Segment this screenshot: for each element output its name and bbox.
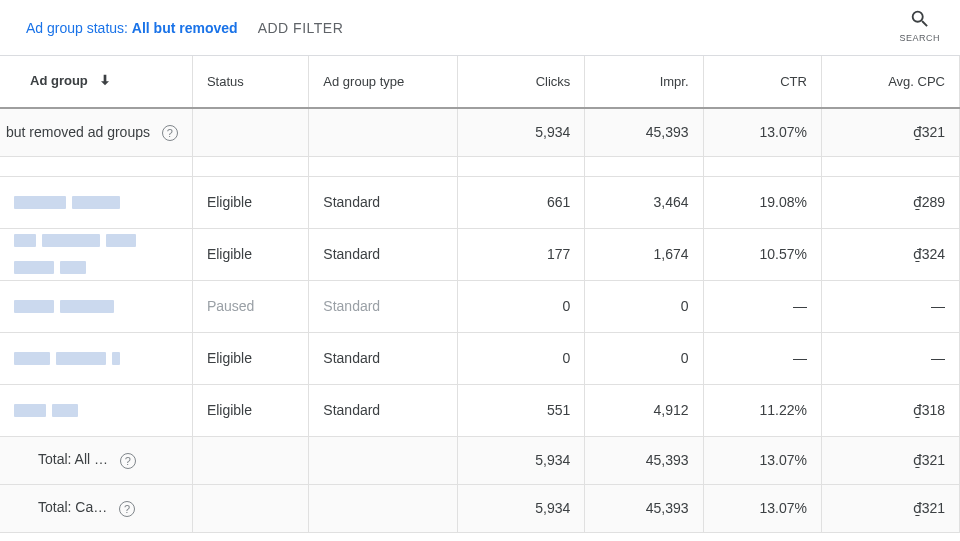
col-header-adgroup[interactable]: Ad group [0, 56, 192, 108]
ctr-cell: 19.08% [703, 176, 821, 228]
clicks-cell: 177 [457, 228, 585, 280]
cpc-cell: — [821, 332, 959, 384]
col-header-cpc[interactable]: Avg. CPC [821, 56, 959, 108]
data-table: Ad group Status Ad group type Clicks Imp… [0, 56, 960, 533]
filter-chip-value: All but removed [132, 20, 238, 36]
total-row: Total: Ca… ? 5,934 45,393 13.07% ₫321 [0, 484, 960, 532]
summary-row: but removed ad groups ? 5,934 45,393 13.… [0, 108, 960, 156]
impr-cell: 0 [585, 280, 703, 332]
summary-label: but removed ad groups ? [0, 108, 192, 156]
type-cell: Standard [309, 384, 458, 436]
adgroup-cell [0, 228, 192, 280]
search-button[interactable]: SEARCH [899, 8, 940, 43]
filter-bar: Ad group status: All but removed ADD FIL… [0, 0, 960, 56]
type-cell: Standard [309, 332, 458, 384]
adgroup-cell [0, 280, 192, 332]
total-row: Total: All … ? 5,934 45,393 13.07% ₫321 [0, 436, 960, 484]
clicks-cell: 661 [457, 176, 585, 228]
col-header-type[interactable]: Ad group type [309, 56, 458, 108]
clicks-cell: 0 [457, 332, 585, 384]
table-row-cutoff [0, 156, 960, 176]
status-cell: Paused [192, 280, 308, 332]
col-header-status[interactable]: Status [192, 56, 308, 108]
sort-down-icon [97, 72, 113, 91]
summary-ctr: 13.07% [703, 108, 821, 156]
add-filter-button[interactable]: ADD FILTER [258, 20, 344, 36]
table-row[interactable]: Eligible Standard 661 3,464 19.08% ₫289 [0, 176, 960, 228]
impr-cell: 1,674 [585, 228, 703, 280]
help-icon[interactable]: ? [119, 501, 135, 517]
table-header-row: Ad group Status Ad group type Clicks Imp… [0, 56, 960, 108]
filter-chip-label: Ad group status: [26, 20, 132, 36]
adgroup-cell [0, 176, 192, 228]
type-cell: Standard [309, 280, 458, 332]
type-cell: Standard [309, 176, 458, 228]
clicks-cell: 0 [457, 280, 585, 332]
table-row[interactable]: Eligible Standard 551 4,912 11.22% ₫318 [0, 384, 960, 436]
impr-cell: 3,464 [585, 176, 703, 228]
total-label: Total: Ca… ? [0, 484, 192, 532]
type-cell: Standard [309, 228, 458, 280]
impr-cell: 0 [585, 332, 703, 384]
search-icon [909, 17, 931, 33]
cpc-cell: — [821, 280, 959, 332]
col-header-ctr[interactable]: CTR [703, 56, 821, 108]
summary-cpc: ₫321 [821, 108, 959, 156]
col-header-clicks[interactable]: Clicks [457, 56, 585, 108]
clicks-cell: 551 [457, 384, 585, 436]
filter-chip[interactable]: Ad group status: All but removed [26, 20, 238, 36]
status-cell: Eligible [192, 176, 308, 228]
ctr-cell: — [703, 280, 821, 332]
search-label: SEARCH [899, 33, 940, 43]
summary-impr: 45,393 [585, 108, 703, 156]
summary-clicks: 5,934 [457, 108, 585, 156]
adgroup-cell [0, 384, 192, 436]
col-header-impr[interactable]: Impr. [585, 56, 703, 108]
adgroup-cell [0, 332, 192, 384]
status-cell: Eligible [192, 228, 308, 280]
table-row[interactable]: Eligible Standard 177 1,674 10.57% ₫324 [0, 228, 960, 280]
ctr-cell: 11.22% [703, 384, 821, 436]
ctr-cell: — [703, 332, 821, 384]
cpc-cell: ₫289 [821, 176, 959, 228]
help-icon[interactable]: ? [162, 125, 178, 141]
ctr-cell: 10.57% [703, 228, 821, 280]
total-label: Total: All … ? [0, 436, 192, 484]
table-row[interactable]: Paused Standard 0 0 — — [0, 280, 960, 332]
cpc-cell: ₫324 [821, 228, 959, 280]
impr-cell: 4,912 [585, 384, 703, 436]
table-row[interactable]: Eligible Standard 0 0 — — [0, 332, 960, 384]
cpc-cell: ₫318 [821, 384, 959, 436]
status-cell: Eligible [192, 332, 308, 384]
status-cell: Eligible [192, 384, 308, 436]
help-icon[interactable]: ? [120, 453, 136, 469]
